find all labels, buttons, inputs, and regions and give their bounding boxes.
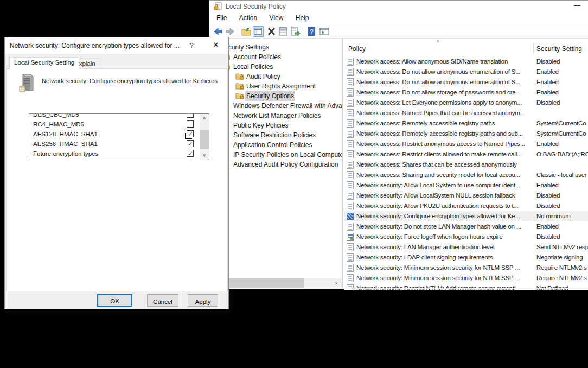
policy-row[interactable]: Network security: Allow PKU2U authentica…: [344, 201, 588, 211]
policy-row[interactable]: Network security: Allow LocalSystem NULL…: [344, 191, 588, 201]
policy-row[interactable]: Network security: Minimum session securi…: [344, 273, 588, 283]
security-setting-cell[interactable]: Classic - local user: [536, 170, 588, 180]
tree-item[interactable]: Network List Manager Policies: [209, 111, 342, 120]
checkbox[interactable]: [187, 140, 194, 147]
policy-row[interactable]: Network security: Allow Local System to …: [344, 180, 588, 191]
security-setting-cell[interactable]: Disabled: [536, 191, 588, 201]
scroll-right-arrow-icon[interactable]: ›: [332, 278, 341, 288]
encryption-option-row[interactable]: RC4_HMAC_MD5: [29, 119, 200, 129]
tree-item[interactable]: Audit Policy: [209, 72, 342, 81]
security-setting-cell[interactable]: Enabled: [536, 221, 588, 232]
tree-item[interactable]: Account Policies: [209, 52, 342, 62]
policy-row[interactable]: Network security: Configure encryption t…: [344, 211, 588, 221]
encryption-option-row[interactable]: Future encryption types: [29, 149, 200, 158]
policy-name-cell[interactable]: Network access: Let Everyone permissions…: [356, 98, 534, 108]
security-setting-cell[interactable]: Enabled: [536, 87, 588, 98]
checkbox[interactable]: [187, 130, 194, 137]
tree-item-label[interactable]: User Rights Assignment: [246, 81, 316, 91]
tree-item[interactable]: Software Restriction Policies: [209, 130, 342, 140]
tree-item-label[interactable]: Account Policies: [233, 52, 281, 62]
security-setting-cell[interactable]: System\CurrentCo: [536, 118, 588, 129]
policy-name-cell[interactable]: Network security: Allow Local System to …: [356, 180, 534, 191]
policy-name-cell[interactable]: Network security: Allow PKU2U authentica…: [356, 201, 534, 211]
policy-row[interactable]: Network access: Restrict clients allowed…: [344, 149, 588, 160]
scroll-up-arrow-icon[interactable]: ∧: [200, 114, 209, 122]
security-setting-cell[interactable]: Negotiate signing: [536, 252, 588, 263]
policy-name-cell[interactable]: Network security: Allow LocalSystem NULL…: [356, 191, 534, 201]
security-setting-cell[interactable]: Enabled: [536, 139, 588, 149]
scrollbar-thumb[interactable]: [200, 130, 209, 149]
tree-item[interactable]: Security Settings: [209, 42, 342, 52]
policy-name-cell[interactable]: Network access: Sharing and security mod…: [356, 170, 534, 180]
policy-row[interactable]: Network access: Named Pipes that can be …: [344, 108, 588, 118]
security-setting-cell[interactable]: Disabled: [536, 56, 588, 67]
checkbox[interactable]: [187, 120, 194, 128]
scroll-down-arrow-icon[interactable]: ∨: [200, 151, 209, 160]
policy-row[interactable]: Network access: Remotely accessible regi…: [344, 118, 588, 129]
policy-name-cell[interactable]: Network access: Do not allow storage of …: [356, 87, 534, 98]
tree-item-label[interactable]: IP Security Policies on Local Compute: [233, 150, 343, 160]
policy-name-cell[interactable]: Network security: Do not store LAN Manag…: [356, 221, 534, 232]
new-window-icon[interactable]: [319, 26, 330, 37]
security-setting-cell[interactable]: System\CurrentCo: [536, 129, 588, 139]
tree-item[interactable]: User Rights Assignment: [209, 81, 342, 91]
tree-item[interactable]: Security Options: [209, 91, 342, 101]
tree-item[interactable]: Advanced Audit Policy Configuration: [209, 160, 342, 169]
security-setting-cell[interactable]: O:BAG:BAD:(A;;RC: [536, 149, 588, 160]
tree-item-label[interactable]: Security Options: [245, 91, 295, 101]
policy-name-cell[interactable]: Network access: Restrict anonymous acces…: [356, 139, 534, 149]
checkbox[interactable]: [187, 113, 194, 118]
policy-row[interactable]: Network access: Sharing and security mod…: [344, 170, 588, 180]
policy-row[interactable]: Network access: Restrict anonymous acces…: [344, 139, 588, 149]
security-setting-cell[interactable]: Require NTLMv2 s: [536, 263, 588, 273]
policy-name-cell[interactable]: Network access: Do not allow anonymous e…: [356, 77, 534, 87]
tree-item[interactable]: Application Control Policies: [209, 140, 342, 150]
security-setting-cell[interactable]: Require NTLMv2 s: [536, 273, 588, 283]
show-console-tree-icon[interactable]: [253, 26, 264, 37]
security-setting-cell[interactable]: Send NTLMv2 resp: [536, 242, 588, 252]
tree-item-label[interactable]: Windows Defender Firewall with Adva: [233, 101, 342, 111]
policy-name-cell[interactable]: Network access: Shares that can be acces…: [356, 160, 534, 170]
policy-row[interactable]: Network access: Do not allow anonymous e…: [344, 67, 588, 77]
security-setting-cell[interactable]: Enabled: [536, 67, 588, 77]
security-setting-cell[interactable]: Enabled: [536, 180, 588, 191]
tree-item-label[interactable]: Public Key Policies: [233, 120, 288, 130]
column-header-security-setting[interactable]: Security Setting: [536, 45, 582, 53]
forward-icon[interactable]: [225, 26, 235, 37]
policy-row[interactable]: Network access: Let Everyone permissions…: [344, 98, 588, 108]
policy-name-cell[interactable]: Network access: Named Pipes that can be …: [356, 108, 534, 118]
security-setting-cell[interactable]: Disabled: [536, 232, 588, 242]
tree-horizontal-scrollbar[interactable]: ›: [209, 278, 342, 288]
policy-row[interactable]: Network security: Force logoff when logo…: [344, 232, 588, 242]
checkbox[interactable]: [187, 150, 194, 157]
dialog-help-button[interactable]: ?: [187, 41, 196, 51]
tree-item-label[interactable]: Network List Manager Policies: [233, 111, 321, 120]
policy-name-cell[interactable]: Network access: Do not allow anonymous e…: [356, 67, 534, 77]
policy-row[interactable]: Network security: LDAP client signing re…: [344, 252, 588, 263]
apply-button[interactable]: Apply: [188, 294, 218, 307]
policy-row[interactable]: Network access: Remotely accessible regi…: [344, 129, 588, 139]
policy-row[interactable]: Network security: LAN Manager authentica…: [344, 242, 588, 252]
tree-item-label[interactable]: Audit Policy: [246, 72, 280, 81]
properties-icon[interactable]: [278, 26, 289, 37]
ok-button[interactable]: OK: [97, 294, 132, 307]
dialog-titlebar[interactable]: Network security: Configure encryption t…: [5, 37, 228, 54]
policy-row[interactable]: Network access: Do not allow storage of …: [344, 87, 588, 98]
encryption-option-row[interactable]: DES_CBC_MD5: [29, 113, 200, 119]
policy-name-cell[interactable]: Network security: Minimum session securi…: [356, 263, 534, 273]
column-divider[interactable]: [533, 43, 534, 54]
policy-name-cell[interactable]: Network security: Configure encryption t…: [356, 211, 534, 221]
minimize-button[interactable]: —: [572, 2, 583, 10]
security-setting-cell[interactable]: No minimum: [536, 211, 588, 221]
dialog-close-button[interactable]: ✕: [210, 41, 222, 51]
cancel-button[interactable]: Cancel: [147, 294, 178, 307]
tree-item-label[interactable]: Software Restriction Policies: [233, 130, 316, 140]
menu-item[interactable]: Help: [291, 12, 314, 23]
help-icon[interactable]: ?: [306, 26, 317, 37]
delete-icon[interactable]: [266, 26, 277, 37]
tree-item-label[interactable]: Application Control Policies: [233, 140, 312, 150]
export-list-icon[interactable]: [290, 26, 301, 37]
menu-item[interactable]: Action: [234, 12, 262, 23]
column-header-policy[interactable]: Policy: [348, 45, 366, 53]
tree-item[interactable]: Public Key Policies: [209, 120, 342, 130]
